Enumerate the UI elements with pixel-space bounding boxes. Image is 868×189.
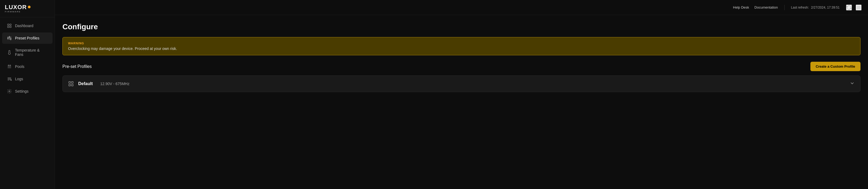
svg-rect-1	[10, 24, 11, 25]
sidebar-item-pools[interactable]: Pools	[2, 61, 53, 72]
logo-name: LUXOR	[5, 4, 27, 10]
warning-label: WARNING	[68, 42, 855, 45]
profile-left: Default 12.90V - 675MHz	[68, 81, 129, 87]
sidebar-label-preset-profiles: Preset Profiles	[15, 36, 39, 40]
svg-rect-24	[69, 82, 70, 83]
sidebar-label-dashboard: Dashboard	[15, 24, 33, 28]
profile-icon	[68, 81, 74, 87]
settings-icon	[7, 89, 12, 94]
sidebar-item-temperature-fans[interactable]: Temperature & Fans	[2, 45, 53, 60]
profile-specs: 12.90V - 675MHz	[100, 82, 129, 86]
topbar-divider	[784, 5, 785, 10]
sidebar-label-logs: Logs	[15, 77, 23, 81]
logs-icon	[7, 77, 12, 81]
sidebar-item-logs[interactable]: Logs	[2, 73, 53, 85]
sliders-icon	[7, 36, 12, 40]
grid-icon	[7, 23, 12, 28]
chevron-down-icon[interactable]	[849, 81, 855, 87]
pool-icon	[7, 64, 12, 69]
svg-rect-2	[7, 26, 9, 28]
sidebar-item-dashboard[interactable]: Dashboard	[2, 20, 53, 31]
refresh-value: 2/27/2024, 17:39:51	[811, 6, 840, 9]
logo-area: LUXOR FIRMWARE	[0, 0, 55, 18]
refresh-button[interactable]	[846, 5, 852, 10]
menu-button[interactable]	[856, 5, 862, 10]
sidebar-label-settings: Settings	[15, 89, 29, 93]
sidebar-label-pools: Pools	[15, 64, 24, 69]
sidebar-label-temperature-fans: Temperature & Fans	[15, 48, 48, 57]
topbar-icons	[846, 5, 862, 10]
profile-name: Default	[78, 81, 93, 86]
warning-text: Overclocking may damage your device. Pro…	[68, 47, 855, 51]
section-title: Pre-set Profiles	[62, 64, 92, 69]
logo: LUXOR FIRMWARE	[5, 4, 27, 13]
svg-rect-25	[71, 82, 73, 83]
refresh-label: Last refresh:	[791, 6, 809, 9]
documentation-link[interactable]: Documentation	[754, 5, 778, 9]
page-body: Configure WARNING Overclocking may damag…	[55, 15, 868, 189]
topbar-refresh: Last refresh: 2/27/2024, 17:39:51	[791, 6, 840, 9]
logo-dot	[28, 6, 31, 8]
help-desk-link[interactable]: Help Desk	[733, 5, 749, 9]
sidebar-item-settings[interactable]: Settings	[2, 86, 53, 97]
logo-sub: FIRMWARE	[5, 11, 27, 13]
topbar-links: Help Desk Documentation	[733, 5, 778, 9]
profile-card: Default 12.90V - 675MHz	[62, 76, 861, 92]
sidebar-item-preset-profiles[interactable]: Preset Profiles	[2, 32, 53, 44]
sidebar: LUXOR FIRMWARE Dashboard Preset Profiles…	[0, 0, 55, 189]
svg-line-19	[11, 80, 11, 81]
section-header: Pre-set Profiles Create a Custom Profile	[62, 62, 861, 71]
svg-rect-3	[10, 26, 11, 28]
topbar: Help Desk Documentation Last refresh: 2/…	[55, 0, 868, 15]
svg-point-20	[9, 91, 10, 92]
svg-rect-26	[69, 84, 70, 86]
create-custom-profile-button[interactable]: Create a Custom Profile	[810, 62, 861, 71]
page-title: Configure	[62, 23, 861, 31]
svg-rect-0	[7, 24, 9, 25]
nav-items: Dashboard Preset Profiles Temperature & …	[0, 18, 55, 189]
main-content: Help Desk Documentation Last refresh: 2/…	[55, 0, 868, 189]
svg-rect-27	[71, 84, 73, 86]
warning-banner: WARNING Overclocking may damage your dev…	[62, 37, 861, 55]
thermometer-icon	[7, 50, 12, 55]
